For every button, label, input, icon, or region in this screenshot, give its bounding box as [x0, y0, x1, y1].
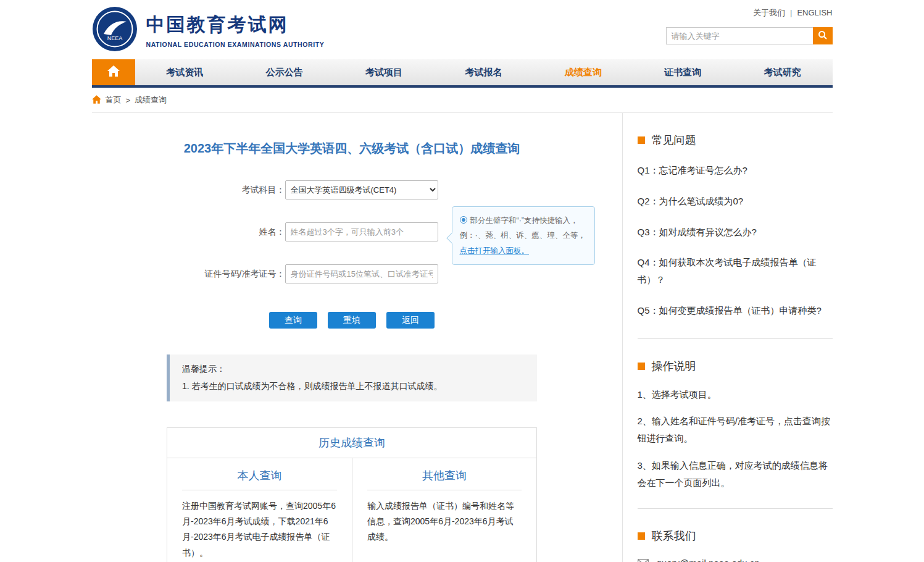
search-icon [818, 30, 828, 42]
nav-home-button[interactable] [92, 59, 135, 85]
site-logo[interactable]: NEEA 中国教育考试网 NATIONAL EDUCATION EXAMINAT… [92, 6, 325, 54]
search-button[interactable] [813, 27, 833, 44]
orange-square-icon [638, 363, 645, 370]
top-links-separator: | [790, 8, 792, 17]
instruction-step-2: 2、输入姓名和证件号码/准考证号，点击查询按钮进行查询。 [638, 408, 833, 452]
english-link[interactable]: ENGLISH [797, 8, 832, 17]
instruction-step-1: 1、选择考试项目。 [638, 381, 833, 408]
site-name: 中国教育考试网 [146, 12, 325, 38]
history-other-description: 输入成绩报告单（证书）编号和姓名等信息，查询2005年6月-2023年6月考试成… [367, 498, 522, 545]
rare-character-tooltip: 部分生僻字和“·”支持快捷输入，例：·、荛、枂、诉、悳、瑝、仝等，点击打开输入面… [452, 206, 595, 265]
nav-item-exam-research[interactable]: 考试研究 [733, 59, 832, 85]
neea-emblem-icon: NEEA [92, 6, 138, 54]
nav-item-announcements[interactable]: 公示公告 [235, 59, 334, 85]
history-other-title: 其他查询 [367, 468, 522, 490]
nav-item-certificate-query[interactable]: 证书查询 [633, 59, 733, 85]
name-label: 姓名： [92, 227, 285, 238]
nav-item-exam-programs[interactable]: 考试项目 [334, 59, 433, 85]
id-label: 证件号码/准考证号： [92, 269, 285, 280]
contact-heading-text: 联系我们 [652, 529, 696, 543]
email-icon [638, 559, 649, 562]
id-input[interactable] [285, 264, 438, 283]
notice-line: 1. 若考生的口试成绩为不合格，则成绩报告单上不报道其口试成绩。 [182, 381, 525, 392]
faq-item-3[interactable]: Q3：如对成绩有异议怎么办? [638, 217, 833, 248]
breadcrumb-separator: > [126, 96, 131, 105]
history-self-column: 本人查询 注册中国教育考试网账号，查询2005年6月-2023年6月考试成绩，下… [167, 458, 352, 562]
instructions-heading: 操作说明 [638, 359, 833, 374]
breadcrumb-current: 成绩查询 [135, 94, 167, 106]
site-subtitle: NATIONAL EDUCATION EXAMINATIONS AUTHORIT… [146, 41, 325, 48]
faq-section: 常见问题 Q1：忘记准考证号怎么办? Q2：为什么笔试成绩为0? Q3：如对成绩… [638, 133, 833, 339]
breadcrumb: 首页 > 成绩查询 [92, 88, 833, 113]
page: NEEA 中国教育考试网 NATIONAL EDUCATION EXAMINAT… [0, 0, 924, 562]
orange-square-icon [638, 532, 645, 540]
breadcrumb-home-link[interactable]: 首页 [106, 94, 122, 106]
about-us-link[interactable]: 关于我们 [753, 8, 785, 17]
orange-square-icon [638, 136, 645, 144]
nav-item-exam-news[interactable]: 考试资讯 [135, 59, 235, 85]
instructions-section: 操作说明 1、选择考试项目。 2、输入姓名和证件号码/准考证号，点击查询按钮进行… [638, 359, 833, 510]
faq-heading-text: 常见问题 [652, 133, 696, 148]
top-bar: NEEA 中国教育考试网 NATIONAL EDUCATION EXAMINAT… [92, 0, 833, 59]
instruction-step-3: 3、如果输入信息正确，对应考试的成绩信息将会在下一个页面列出。 [638, 452, 833, 497]
nav-item-score-query[interactable]: 成绩查询 [533, 59, 633, 85]
contact-heading: 联系我们 [638, 529, 833, 543]
history-other-column: 其他查询 输入成绩报告单（证书）编号和姓名等信息，查询2005年6月-2023年… [352, 458, 536, 562]
breadcrumb-home-icon [92, 95, 101, 106]
svg-text:NEEA: NEEA [107, 35, 122, 41]
page-title: 2023年下半年全国大学英语四、六级考试（含口试）成绩查询 [92, 140, 612, 157]
main-nav: 考试资讯 公示公告 考试项目 考试报名 成绩查询 证书查询 考试研究 [92, 59, 833, 88]
form-buttons: 查询 重填 返回 [92, 312, 612, 329]
radio-dot-icon [460, 216, 467, 224]
contact-email: query@mail.neea.edu.cn [657, 558, 760, 562]
open-input-panel-link[interactable]: 点击打开输入面板。 [460, 246, 530, 255]
reset-button[interactable]: 重填 [328, 312, 376, 329]
history-self-description: 注册中国教育考试网账号，查询2005年6月-2023年6月考试成绩，下载2021… [182, 498, 337, 561]
faq-item-2[interactable]: Q2：为什么笔试成绩为0? [638, 186, 833, 217]
sidebar: 常见问题 Q1：忘记准考证号怎么办? Q2：为什么笔试成绩为0? Q3：如对成绩… [623, 113, 833, 562]
notice-box: 温馨提示： 1. 若考生的口试成绩为不合格，则成绩报告单上不报道其口试成绩。 [167, 354, 537, 401]
tooltip-text: 部分生僻字和“·”支持快捷输入，例：·、荛、枂、诉、悳、瑝、仝等， [460, 216, 586, 240]
back-button[interactable]: 返回 [386, 312, 435, 329]
subject-label: 考试科目： [92, 185, 285, 196]
contact-section: 联系我们 query@mail.neea.edu.cn [638, 529, 833, 562]
content: 2023年下半年全国大学英语四、六级考试（含口试）成绩查询 考试科目： 全国大学… [92, 113, 833, 562]
history-self-title: 本人查询 [182, 468, 337, 490]
nav-item-exam-registration[interactable]: 考试报名 [434, 59, 533, 85]
search-input[interactable] [666, 27, 813, 44]
name-input[interactable] [285, 222, 438, 241]
form-row-name: 姓名： 部分生僻字和“·”支持快捷输入，例：·、荛、枂、诉、悳、瑝、仝等，点击打… [92, 222, 612, 241]
query-button[interactable]: 查询 [269, 312, 317, 329]
instructions-heading-text: 操作说明 [652, 359, 696, 374]
subject-select[interactable]: 全国大学英语四级考试(CET4) [285, 180, 438, 199]
search-box [666, 27, 833, 44]
faq-item-4[interactable]: Q4：如何获取本次考试电子成绩报告单（证书）？ [638, 247, 833, 295]
faq-item-1[interactable]: Q1：忘记准考证号怎么办? [638, 155, 833, 186]
history-query-panel: 历史成绩查询 本人查询 注册中国教育考试网账号，查询2005年6月-2023年6… [167, 427, 537, 562]
faq-item-5[interactable]: Q5：如何变更成绩报告单（证书）申请种类? [638, 295, 833, 326]
contact-email-row: query@mail.neea.edu.cn [638, 558, 833, 562]
form-row-id: 证件号码/准考证号： [92, 264, 612, 283]
notice-title: 温馨提示： [182, 364, 525, 375]
form-row-subject: 考试科目： 全国大学英语四级考试(CET4) [92, 180, 612, 199]
faq-heading: 常见问题 [638, 133, 833, 148]
history-title: 历史成绩查询 [167, 428, 536, 458]
home-icon [107, 65, 120, 79]
top-links: 关于我们|ENGLISH [753, 7, 832, 19]
main-column: 2023年下半年全国大学英语四、六级考试（含口试）成绩查询 考试科目： 全国大学… [92, 113, 623, 562]
